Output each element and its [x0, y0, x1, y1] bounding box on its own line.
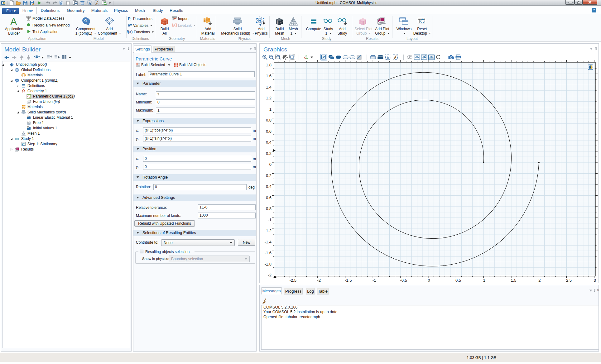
svg-text:0: 0: [269, 162, 272, 167]
svg-text:-2: -2: [268, 273, 272, 277]
svg-text:Ω: Ω: [16, 79, 18, 82]
svg-text:-1.6: -1.6: [265, 251, 272, 255]
svg-text:Ω: Ω: [84, 18, 87, 23]
svg-text:-1: -1: [268, 218, 272, 222]
svg-text:2: 2: [538, 278, 541, 283]
svg-text:1.2: 1.2: [266, 96, 272, 100]
svg-text:-0.8: -0.8: [265, 206, 272, 211]
svg-text:1.5: 1.5: [511, 278, 517, 283]
svg-text:1.4: 1.4: [266, 85, 272, 89]
svg-text:3: 3: [594, 278, 596, 283]
svg-text:-2.5: -2.5: [290, 278, 296, 283]
svg-text:-2: -2: [317, 278, 321, 283]
svg-text:-0.5: -0.5: [400, 278, 407, 283]
svg-text:0.4: 0.4: [266, 140, 272, 145]
svg-text:1.8: 1.8: [266, 63, 272, 67]
svg-text:-0.4: -0.4: [265, 184, 272, 189]
svg-text:0.5: 0.5: [455, 278, 461, 283]
svg-text:0.8: 0.8: [266, 118, 272, 122]
svg-text:1.6: 1.6: [266, 74, 272, 78]
svg-text:0: 0: [428, 278, 430, 283]
svg-text:-0.2: -0.2: [265, 173, 272, 178]
svg-text:0.6: 0.6: [266, 129, 272, 134]
svg-text:0.2: 0.2: [266, 151, 272, 156]
svg-text:2.5: 2.5: [566, 278, 572, 283]
svg-text:-1.4: -1.4: [265, 240, 272, 244]
svg-text:1: 1: [269, 107, 272, 112]
svg-text:-1.5: -1.5: [345, 278, 352, 283]
svg-text:-1: -1: [373, 278, 376, 283]
svg-text:-1.2: -1.2: [265, 228, 272, 233]
svg-text:-1.8: -1.8: [265, 262, 272, 266]
svg-text:-0.6: -0.6: [265, 195, 272, 200]
svg-text:1: 1: [483, 278, 485, 283]
